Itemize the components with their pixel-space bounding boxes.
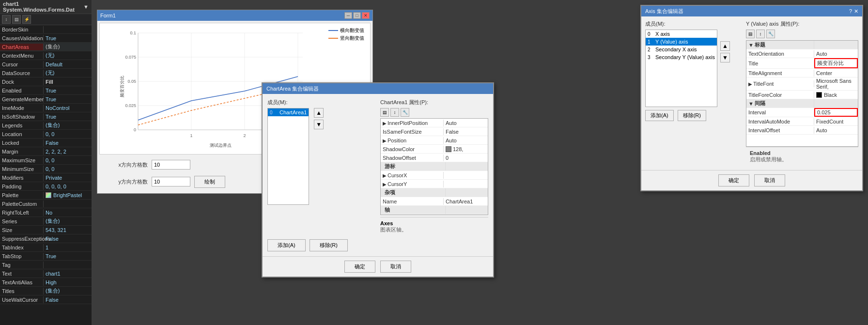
axis-member-1[interactable]: 1 Y (Value) axis [646,38,717,46]
axis-prop-titlealignment[interactable]: TitleAlignment Center [746,69,858,77]
axis-ok-btn[interactable]: 确定 [718,174,749,186]
props-view-btn-2[interactable]: ↕ [390,108,399,117]
axis-prop-intervalautomode[interactable]: IntervalAutoMode FixedCount [746,117,858,126]
prop-cursorx[interactable]: ▶CursorX [381,171,488,180]
axis-member-0[interactable]: 0 X axis [646,30,717,38]
props-view-btn-1[interactable]: ▤ [380,108,389,117]
props-group-btn[interactable]: ▤ [12,15,21,24]
prop-shadowcolor[interactable]: ShadowColor 128, [381,145,488,154]
prop-position[interactable]: ▶Position Auto [381,136,488,145]
prop-value: False [44,139,92,146]
prop-shadowoffset[interactable]: ShadowOffset 0 [381,154,488,162]
axis-prop-value: Auto [814,127,858,134]
prop-row-modifiers[interactable]: Modifiers Private [0,173,92,182]
prop-row-legends[interactable]: Legends (集合) [0,121,92,130]
prop-row-series[interactable]: Series (集合) [0,217,92,226]
close-btn[interactable]: ✕ [362,12,370,19]
prop-value: (无) [44,69,92,77]
prop-key: Cursor [0,61,44,68]
axis-prop-titlefont[interactable]: ▶TitleFont Microsoft Sans Serif, [746,77,858,91]
axis-prop-titleforecolor[interactable]: TitleForeColor Black [746,91,858,99]
x-grid-input[interactable] [152,160,190,170]
prop-row-dock[interactable]: Dock Fill [0,77,92,86]
chartarea-member-0[interactable]: 0 ChartArea1 [268,108,309,116]
left-panel-arrow: ▼ [83,4,89,10]
dialog-prop-key: ▶InnerPlotPosition [381,120,444,126]
axis-add-btn[interactable]: 添加(A) [645,110,674,121]
chartarea-ok-btn[interactable]: 确定 [344,261,375,273]
move-down-btn[interactable]: ▼ [314,120,324,129]
chartarea-desc-section: Axes 图表区轴。 [380,217,488,236]
axis-props-view-2[interactable]: ↕ [756,30,765,38]
prop-row-location[interactable]: Location 0, 0 [0,130,92,139]
prop-row-generatemember[interactable]: GenerateMember True [0,95,92,104]
prop-row-size[interactable]: Size 543, 321 [0,226,92,234]
move-up-btn[interactable]: ▲ [314,108,324,118]
prop-row-contextmenu[interactable]: ContextMenu (无) [0,51,92,60]
prop-row-chartareas[interactable]: ChartAreas (集合) [0,43,92,51]
prop-row-text[interactable]: Text chart1 [0,269,92,278]
chartarea-cancel-btn[interactable]: 取消 [380,261,411,273]
prop-row-palette[interactable]: Palette BrightPastel [0,191,92,200]
prop-row-titles[interactable]: Titles (集合) [0,287,92,295]
prop-key: SuppressExceptions [0,235,44,242]
prop-group-misc: 杂项 [381,188,488,197]
chartarea-remove-btn[interactable]: 移除(R) [310,239,348,251]
prop-row-cursor[interactable]: Cursor Default [0,60,92,69]
prop-row-margin[interactable]: Margin 2, 2, 2, 2 [0,147,92,156]
prop-innerplotposition[interactable]: ▶InnerPlotPosition Auto [381,119,488,127]
prop-row-padding[interactable]: Padding 0, 0, 0, 0 [0,182,92,191]
axis-up-btn[interactable]: ▲ [720,41,730,51]
dialog-prop-value [444,184,488,185]
minimize-btn[interactable]: ─ [344,12,352,19]
prop-cursory[interactable]: ▶CursorY [381,180,488,188]
prop-row-imemode[interactable]: ImeMode NoControl [0,104,92,112]
prop-row-enabled[interactable]: Enabled True [0,86,92,95]
prop-row-minimumsize[interactable]: MinimumSize 0, 0 [0,165,92,173]
prop-row-causesvalidation[interactable]: CausesValidation True [0,34,92,43]
axis-prop-title[interactable]: Title 频变百分比 [746,58,858,69]
prop-row-textantialias[interactable]: TextAntiAlias High [0,278,92,287]
prop-row-palettecustom[interactable]: PaletteCustom [0,200,92,208]
axis-prop-intervaloffset[interactable]: IntervalOffset Auto [746,126,858,135]
axis-prop-textorientation[interactable]: TextOrientation Auto [746,49,858,58]
prop-axes[interactable]: Axes (集合) [381,215,488,215]
y-grid-input[interactable] [152,177,190,186]
prop-row-datasource[interactable]: DataSource (无) [0,69,92,77]
prop-row-borderskin[interactable]: BorderSkin [0,25,92,34]
maximize-btn[interactable]: □ [353,12,361,19]
prop-name[interactable]: Name ChartArea1 [381,197,488,206]
axis-question-mark[interactable]: ? [849,8,852,15]
prop-row-suppressexceptions[interactable]: SuppressExceptions False [0,234,92,243]
axis-close-icon[interactable]: ✕ [854,8,858,15]
draw-button[interactable]: 绘制 [194,176,225,188]
prop-row-usewaitcursor[interactable]: UseWaitCursor False [0,295,92,304]
chartarea-members-list[interactable]: 0 ChartArea1 [267,108,309,205]
props-filter-btn[interactable]: ⚡ [22,15,31,24]
props-view-btn-3[interactable]: 🔧 [401,108,409,117]
prop-row-issoftshadow[interactable]: IsSoftShadow True [0,112,92,121]
axis-member-3[interactable]: 3 Secondary Y (Value) axis [646,53,717,61]
prop-key: Titles [0,288,44,294]
axis-prop-interval[interactable]: Interval 0.025 [746,108,858,117]
prop-row-tag[interactable]: Tag [0,261,92,269]
axis-props-view-3[interactable]: 🔧 [766,30,775,38]
prop-row-tabstop[interactable]: TabStop True [0,252,92,261]
props-toolbar: ↕ ▤ ⚡ [0,14,92,25]
prop-issamefontsize[interactable]: IsSameFontSize False [381,127,488,136]
chartarea-add-btn[interactable]: 添加(A) [267,239,306,251]
axis-props-view-1[interactable]: ▤ [746,30,755,38]
prop-row-maximumsize[interactable]: MaximumSize 0, 0 [0,156,92,165]
axis-down-btn[interactable]: ▼ [720,53,730,62]
axis-prop-key: ▼标题 [746,41,814,49]
svg-text:测试边界点: 测试边界点 [210,143,232,148]
props-sort-btn[interactable]: ↕ [2,15,11,24]
axis-members-list[interactable]: 0 X axis 1 Y (Value) axis 2 Secondary X … [645,30,717,107]
axis-member-2[interactable]: 2 Secondary X axis [646,46,717,53]
prop-row-righttoleft[interactable]: RightToLeft No [0,208,92,217]
axis-cancel-btn[interactable]: 取消 [754,174,785,186]
prop-row-tabindex[interactable]: TabIndex 1 [0,243,92,252]
prop-row-locked[interactable]: Locked False [0,139,92,147]
axis-list-nav-btns: ▲ ▼ [720,41,730,107]
axis-remove-btn[interactable]: 移除(R) [678,110,706,121]
